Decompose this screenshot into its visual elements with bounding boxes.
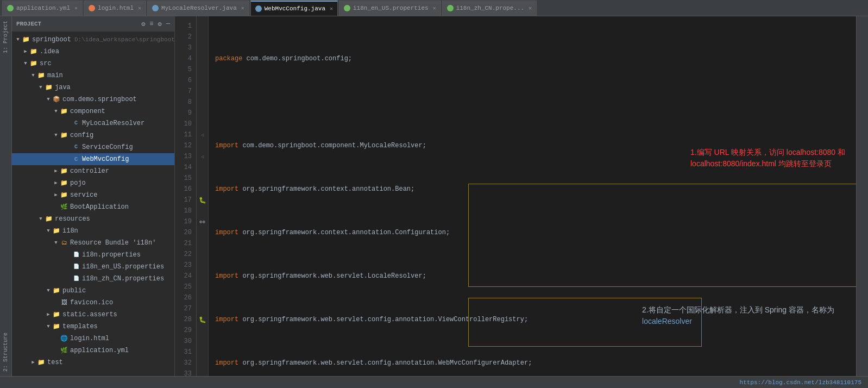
code-line-4: import org.springframework.context.annot… [215, 184, 856, 195]
tree-item-main[interactable]: ▼ 📁 main [12, 70, 174, 82]
main-layout: 1: Project 2: Structure Project ⚙ ≡ ⚙ — … [0, 16, 868, 376]
tree-label-springboot: springboot [32, 34, 71, 45]
tree-item-i18n[interactable]: ▼ 📁 i18n [12, 225, 174, 237]
expand-arrow-idea[interactable]: ▶ [22, 46, 29, 57]
tree-label-resource-bundle: Resource Bundle 'i18n' [70, 237, 156, 248]
tab-application-yml[interactable]: application.yml ✕ [2, 1, 83, 16]
minimize-icon[interactable]: — [166, 20, 170, 28]
expand-arrow-service[interactable]: ▶ [52, 190, 60, 201]
code-editor[interactable]: package com.demo.springboot.config; impo… [209, 16, 856, 376]
tree-item-serviceconfig[interactable]: C ServiceConfig [12, 141, 174, 153]
footer-url[interactable]: https://blog.csdn.net/lzb348110175 [740, 379, 861, 386]
java-webmvcconfig-icon: C [72, 155, 80, 164]
expand-arrow-springboot[interactable]: ▼ [14, 34, 22, 45]
i18n-props-icon: 📄 [72, 251, 80, 259]
settings-icon[interactable]: ≡ [149, 20, 153, 28]
sidebar-title: Project [16, 21, 41, 27]
tab-i18n-en-close[interactable]: ✕ [433, 5, 436, 11]
java-webmvc-icon [255, 5, 262, 12]
expand-arrow-component[interactable]: ▼ [52, 106, 60, 117]
tab-i18n-zh[interactable]: i18n_zh_CN.prope... ✕ [442, 1, 537, 16]
tree-item-config[interactable]: ▼ 📁 config [12, 129, 174, 141]
tree-item-springboot[interactable]: ▼ 📁 springboot D:\idea_workspace\springb… [12, 34, 174, 46]
footer-bar: https://blog.csdn.net/lzb348110175 [0, 376, 868, 388]
tree-item-java[interactable]: ▼ 📁 java [12, 82, 174, 93]
code-line-6: import org.springframework.web.servlet.L… [215, 271, 856, 281]
expand-arrow-pojo[interactable]: ▶ [52, 178, 60, 189]
gear-icon[interactable]: ⚙ [141, 20, 145, 28]
tree-label-webmvcconfig: WebMvcConfig [82, 154, 129, 165]
config-icon[interactable]: ⚙ [158, 20, 162, 28]
expand-arrow-i18n[interactable]: ▼ [45, 226, 52, 236]
tree-item-i18n-en-props[interactable]: 📄 i18n_en_US.properties [12, 261, 174, 273]
tree-label-application-yml: application.yml [70, 345, 129, 356]
structure-panel-tab[interactable]: 2: Structure [2, 328, 10, 376]
tree-item-idea[interactable]: ▶ 📁 .idea [12, 46, 174, 58]
tab-mylocale-close[interactable]: ✕ [241, 5, 244, 11]
tree-item-bootapplication[interactable]: 🌿 BootApplication [12, 201, 174, 213]
tab-i18n-en-label: i18n_en_US.properties [353, 5, 429, 11]
expand-arrow-src[interactable]: ▼ [22, 58, 29, 69]
expand-arrow-controller[interactable]: ▶ [52, 166, 60, 177]
line-numbers: 12345 678910 1112131415 1617181920 21222… [175, 16, 197, 376]
expand-arrow-res-bundle[interactable]: ▼ [52, 237, 60, 248]
tab-login-html[interactable]: login.html ✕ [84, 1, 146, 16]
project-panel-tab[interactable]: 1: Project [2, 16, 10, 58]
tab-webmvc-close[interactable]: ✕ [330, 5, 333, 12]
tree-label-main: main [47, 70, 63, 81]
tree-item-controller[interactable]: ▶ 📁 controller [12, 165, 174, 177]
tree-item-favicon[interactable]: 🖼 favicon.ico [12, 297, 174, 309]
tree-label-mylocaleresolver: MyLocaleResolver [82, 118, 144, 129]
templates-folder-icon: 📁 [52, 322, 61, 331]
code-line-8: import org.springframework.web.servlet.c… [215, 358, 856, 368]
tab-login-html-close[interactable]: ✕ [138, 5, 141, 11]
tree-item-src[interactable]: ▼ 📁 src [12, 58, 174, 70]
tab-application-yml-close[interactable]: ✕ [74, 5, 78, 11]
tree-item-templates[interactable]: ▼ 📁 templates [12, 321, 174, 333]
tree-label-i18n-zh-props: i18n_zh_CN.properties [82, 273, 164, 284]
tree-item-public[interactable]: ▼ 📁 public [12, 285, 174, 297]
tree-label-public: public [62, 285, 86, 296]
expand-arrow-main[interactable]: ▼ [29, 70, 37, 81]
tree-item-service[interactable]: ▶ 📁 service [12, 189, 174, 201]
code-line-5: import org.springframework.context.annot… [215, 227, 856, 238]
sidebar-header: Project ⚙ ≡ ⚙ — [12, 16, 174, 32]
tree-item-application-yml[interactable]: 🌿 application.yml [12, 345, 174, 356]
tree-item-i18n-zh-props[interactable]: 📄 i18n_zh_CN.properties [12, 273, 174, 285]
tab-i18n-zh-close[interactable]: ✕ [529, 5, 532, 11]
tab-application-yml-label: application.yml [16, 5, 70, 11]
tab-i18n-en[interactable]: i18n_en_US.properties ✕ [339, 1, 441, 16]
java-folder-icon: 📁 [45, 83, 53, 92]
expand-arrow-templates[interactable]: ▼ [45, 321, 52, 332]
expand-arrow-java[interactable]: ▼ [37, 82, 45, 93]
tab-webmvcconfig[interactable]: WebMvcConfig.java ✕ [250, 1, 338, 16]
expand-arrow-config[interactable]: ▼ [52, 130, 60, 141]
expand-arrow-package[interactable]: ▼ [45, 94, 52, 105]
expand-arrow-resources[interactable]: ▼ [37, 214, 45, 224]
config-folder-icon: 📁 [60, 131, 68, 140]
tree-item-webmvcconfig[interactable]: C WebMvcConfig [12, 153, 174, 165]
tree-item-resources[interactable]: ▼ 📁 resources [12, 213, 174, 225]
tree-item-login-html[interactable]: 🌐 login.html [12, 333, 174, 345]
tree-item-static-asserts[interactable]: ▶ 📁 static.asserts [12, 309, 174, 321]
code-line-7: import org.springframework.web.servlet.c… [215, 314, 856, 325]
tree-item-test[interactable]: ▶ 📁 test [12, 356, 174, 368]
tree-label-idea: .idea [40, 46, 59, 57]
tree-item-i18n-props[interactable]: 📄 i18n.properties [12, 249, 174, 261]
tree-item-component[interactable]: ▼ 📁 component [12, 105, 174, 117]
expand-arrow-public[interactable]: ▼ [45, 285, 52, 296]
expand-arrow-static[interactable]: ▶ [45, 309, 52, 320]
expand-arrow-test[interactable]: ▶ [29, 357, 37, 368]
tab-mylocaleresolver-label: MyLocaleResolver.java [161, 5, 237, 11]
tree-item-mylocaleresolver[interactable]: C MyLocaleResolver [12, 117, 174, 129]
idea-folder-icon: 📁 [29, 47, 38, 56]
left-edge: 1: Project 2: Structure [0, 16, 12, 376]
tree-item-package[interactable]: ▼ 📦 com.demo.springboot [12, 93, 174, 105]
tree-item-resource-bundle[interactable]: ▼ 🗂 Resource Bundle 'i18n' [12, 237, 174, 249]
tree-item-pojo[interactable]: ▶ 📁 pojo [12, 177, 174, 189]
tree-label-bootapplication: BootApplication [70, 202, 129, 212]
project-tree: ▼ 📁 springboot D:\idea_workspace\springb… [12, 32, 174, 376]
favicon-icon: 🖼 [60, 298, 68, 307]
tree-label-service: service [70, 190, 97, 201]
tab-mylocaleresolver[interactable]: MyLocaleResolver.java ✕ [147, 1, 249, 16]
